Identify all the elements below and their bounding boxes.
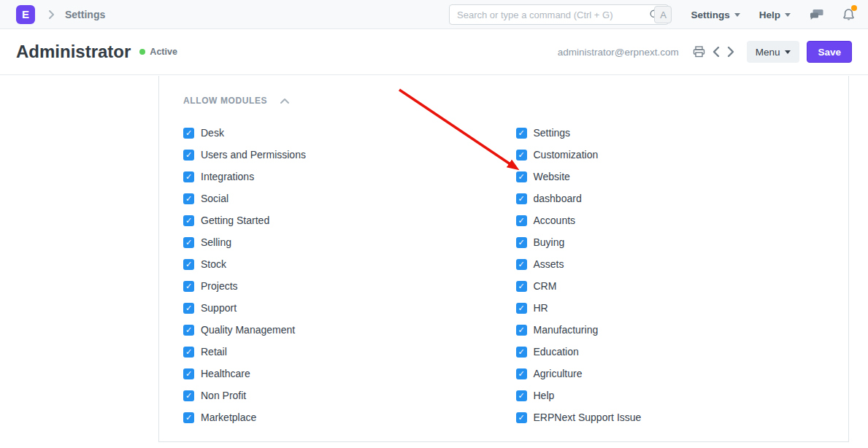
module-label: Agriculture xyxy=(534,368,583,379)
notifications-bell-icon[interactable] xyxy=(842,8,855,21)
module-row[interactable]: Website xyxy=(516,166,849,188)
module-row[interactable]: Social xyxy=(183,188,516,209)
checkbox-checked-icon[interactable] xyxy=(516,259,527,270)
module-row[interactable]: Desk xyxy=(183,122,516,144)
checkbox-checked-icon[interactable] xyxy=(516,128,527,139)
module-row[interactable]: Agriculture xyxy=(516,363,849,385)
chat-icon[interactable] xyxy=(810,9,823,21)
checkbox-checked-icon[interactable] xyxy=(183,171,194,182)
checkbox-checked-icon[interactable] xyxy=(516,215,527,226)
checkbox-checked-icon[interactable] xyxy=(516,412,527,423)
save-button[interactable]: Save xyxy=(807,41,852,63)
module-label: Desk xyxy=(201,127,224,139)
checkbox-checked-icon[interactable] xyxy=(183,412,194,423)
module-row[interactable]: Marketplace xyxy=(183,406,516,428)
menu-button[interactable]: Menu xyxy=(747,41,800,63)
checkbox-checked-icon[interactable] xyxy=(183,303,194,314)
module-label: dashboard xyxy=(534,193,582,204)
module-row[interactable]: Integrations xyxy=(183,166,516,188)
module-label: Selling xyxy=(201,236,231,248)
module-row[interactable]: Settings xyxy=(516,122,849,144)
module-row[interactable]: Stock xyxy=(183,253,516,275)
module-row[interactable]: Quality Management xyxy=(183,319,516,341)
module-label: Customization xyxy=(534,149,599,161)
checkbox-checked-icon[interactable] xyxy=(516,237,527,248)
status-label: Active xyxy=(150,47,177,57)
module-row[interactable]: Buying xyxy=(516,231,849,253)
checkbox-checked-icon[interactable] xyxy=(183,390,194,401)
checkbox-checked-icon[interactable] xyxy=(183,237,194,248)
module-row[interactable]: Education xyxy=(516,341,849,363)
chevron-up-icon[interactable] xyxy=(280,98,290,104)
module-label: Users and Permissions xyxy=(201,149,306,161)
module-label: Support xyxy=(201,302,237,314)
checkbox-checked-icon[interactable] xyxy=(183,325,194,336)
checkbox-checked-icon[interactable] xyxy=(516,347,527,358)
checkbox-checked-icon[interactable] xyxy=(183,347,194,358)
status-green-dot-icon xyxy=(139,49,145,55)
module-label: Social xyxy=(201,193,228,204)
search-input[interactable] xyxy=(457,9,649,20)
page-title: Administrator xyxy=(16,42,131,62)
module-label: HR xyxy=(534,302,548,314)
checkbox-checked-icon[interactable] xyxy=(183,215,194,226)
module-row[interactable]: Manufacturing xyxy=(516,319,849,341)
module-row[interactable]: Retail xyxy=(183,341,516,363)
checkbox-checked-icon[interactable] xyxy=(516,303,527,314)
module-row[interactable]: Help xyxy=(516,385,849,406)
app-logo[interactable]: E xyxy=(16,5,35,24)
module-row[interactable]: Healthcare xyxy=(183,363,516,385)
checkbox-checked-icon[interactable] xyxy=(516,150,527,161)
module-row[interactable]: dashboard xyxy=(516,188,849,209)
allow-modules-section-header[interactable]: ALLOW MODULES xyxy=(183,96,848,106)
checkbox-checked-icon[interactable] xyxy=(183,128,194,139)
global-search[interactable] xyxy=(449,4,669,25)
module-label: Retail xyxy=(201,346,227,358)
checkbox-checked-icon[interactable] xyxy=(183,259,194,270)
checkbox-checked-icon[interactable] xyxy=(516,390,527,401)
checkbox-checked-icon[interactable] xyxy=(516,171,527,182)
modules-right-column: Settings Customization Website dashboard xyxy=(516,122,849,428)
help-dropdown-label: Help xyxy=(759,9,780,20)
module-label: Integrations xyxy=(201,171,254,182)
help-dropdown[interactable]: Help xyxy=(759,9,791,20)
print-icon[interactable] xyxy=(693,46,705,58)
checkbox-checked-icon[interactable] xyxy=(516,281,527,292)
checkbox-checked-icon[interactable] xyxy=(183,150,194,161)
module-row[interactable]: Non Profit xyxy=(183,385,516,406)
module-row[interactable]: Users and Permissions xyxy=(183,144,516,166)
settings-dropdown[interactable]: Settings xyxy=(691,9,740,20)
module-label: Getting Started xyxy=(201,215,269,226)
checkbox-checked-icon[interactable] xyxy=(516,325,527,336)
checkbox-checked-icon[interactable] xyxy=(183,193,194,204)
module-row[interactable]: Getting Started xyxy=(183,209,516,231)
module-label: Settings xyxy=(534,127,571,139)
module-label: Quality Management xyxy=(201,324,295,336)
caret-down-icon xyxy=(785,50,791,54)
user-email: administrator@erpnext.com xyxy=(558,47,679,58)
settings-dropdown-label: Settings xyxy=(691,9,729,20)
module-row[interactable]: Assets xyxy=(516,253,849,275)
module-row[interactable]: Accounts xyxy=(516,209,849,231)
checkbox-checked-icon[interactable] xyxy=(516,193,527,204)
user-avatar[interactable]: A xyxy=(654,6,672,23)
form-panel: ALLOW MODULES Desk Users and Permissions xyxy=(158,76,849,442)
module-row[interactable]: HR xyxy=(516,297,849,319)
module-row[interactable]: Selling xyxy=(183,231,516,253)
navbar: E Settings A Settings Help xyxy=(0,0,868,29)
next-record-icon[interactable] xyxy=(727,46,734,58)
checkbox-checked-icon[interactable] xyxy=(516,368,527,379)
module-label: Marketplace xyxy=(201,412,256,423)
checkbox-checked-icon[interactable] xyxy=(183,368,194,379)
module-label: Stock xyxy=(201,258,226,270)
prev-record-icon[interactable] xyxy=(713,46,720,58)
module-row[interactable]: Projects xyxy=(183,275,516,297)
module-row[interactable]: Support xyxy=(183,297,516,319)
module-row[interactable]: Customization xyxy=(516,144,849,166)
breadcrumb[interactable]: Settings xyxy=(65,9,105,20)
module-row[interactable]: ERPNext Support Issue xyxy=(516,406,849,428)
checkbox-checked-icon[interactable] xyxy=(183,281,194,292)
modules-left-column: Desk Users and Permissions Integrations … xyxy=(183,122,516,428)
section-title: ALLOW MODULES xyxy=(183,96,267,106)
module-row[interactable]: CRM xyxy=(516,275,849,297)
